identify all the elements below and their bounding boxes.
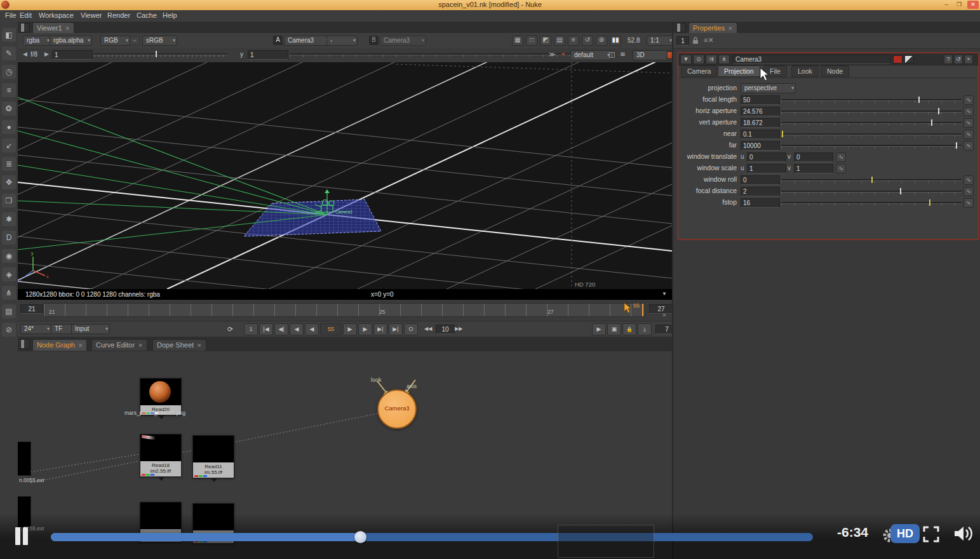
node-camera3[interactable]: Camera3 <box>377 389 417 429</box>
fullscreen-icon[interactable] <box>922 525 940 543</box>
frame-out-button[interactable]: O <box>404 323 418 335</box>
close-panel-button[interactable]: × <box>964 55 973 64</box>
pause-button[interactable] <box>23 527 28 545</box>
node-name-field[interactable]: Camera3 <box>733 55 890 64</box>
win-scale-v-field[interactable]: 1 <box>794 164 833 173</box>
fps-dropdown[interactable]: 24* <box>20 324 51 334</box>
panel-icon[interactable] <box>20 339 30 349</box>
pin-icon[interactable] <box>691 36 700 45</box>
tab-file[interactable]: File <box>763 65 787 77</box>
gain-next-icon[interactable]: ▶ <box>44 51 49 57</box>
tab-camera[interactable]: Camera <box>681 65 717 77</box>
menu-file[interactable]: File <box>5 11 17 19</box>
other-icon[interactable]: ▤ <box>2 304 16 318</box>
close-icon[interactable]: ✕ <box>197 342 202 349</box>
gamma-input[interactable]: 1 <box>248 50 288 60</box>
particles-icon[interactable]: ✱ <box>2 212 16 226</box>
wipe-icon[interactable]: ◩ <box>540 36 551 46</box>
curve-button[interactable]: ∿ <box>963 130 974 139</box>
panel-icon[interactable] <box>676 23 686 32</box>
roi-icon[interactable]: ⊛ <box>596 36 607 46</box>
close-icon[interactable]: ✕ <box>78 342 83 349</box>
inc-prev-icon[interactable]: ◀◀ <box>424 326 432 332</box>
menu-workspace[interactable]: Workspace <box>39 11 74 19</box>
node-color-swatch[interactable] <box>893 55 903 64</box>
render-flag-icon[interactable]: ⤓ <box>638 323 652 335</box>
curve-button[interactable]: ∿ <box>963 95 974 105</box>
pause-render-icon[interactable]: ▮▮ <box>610 36 621 46</box>
capture-icon[interactable]: ▣ <box>607 323 621 335</box>
help-button[interactable]: ? <box>944 55 953 64</box>
input-b-dropdown[interactable]: Camera3 <box>380 36 426 46</box>
playhead[interactable] <box>642 304 643 316</box>
flipbook-icon[interactable]: ▶ <box>592 323 606 335</box>
focal-length-slider[interactable] <box>781 96 962 104</box>
fieldchart-icon[interactable]: ≡ <box>568 36 579 46</box>
focal-distance-field[interactable]: 2 <box>741 187 780 196</box>
step-back-button[interactable]: ◀ <box>290 323 304 335</box>
near-field[interactable]: 0.1 <box>741 130 780 139</box>
close-icon[interactable]: ✕ <box>728 25 733 32</box>
lut-dropdown[interactable]: sRGB <box>142 36 177 46</box>
input-dropdown[interactable]: Input <box>71 324 110 334</box>
format-box-icon[interactable]: □ <box>526 36 537 46</box>
lut-link-icon[interactable]: ⌁ <box>130 36 140 45</box>
menu-help[interactable]: Help <box>163 11 177 19</box>
center-node-icon[interactable]: ⊙ <box>693 55 704 64</box>
close-all-panels-icon[interactable]: ≡✕ <box>704 36 714 44</box>
alpha-dropdown[interactable]: rgba.alpha <box>50 36 92 46</box>
focal-length-field[interactable]: 50 <box>741 95 780 105</box>
float-panel-icon[interactable]: ⇉ <box>706 55 717 64</box>
panel-icon[interactable] <box>20 23 30 32</box>
gain-input[interactable]: 1 <box>52 50 93 60</box>
frame-in-button[interactable]: 1 <box>244 323 258 335</box>
range-end-field[interactable]: 27 <box>649 304 673 314</box>
node-clipped-1[interactable] <box>18 441 31 476</box>
window-roll-slider[interactable] <box>781 176 962 184</box>
curve-button[interactable]: ∿ <box>963 141 974 151</box>
merge-icon[interactable]: ≣ <box>2 157 16 171</box>
focal-distance-slider[interactable] <box>781 187 962 195</box>
horiz-aperture-field[interactable]: 24.576 <box>741 107 780 116</box>
prev-key-button[interactable]: ◀| <box>274 323 288 335</box>
max-panels-field[interactable]: 1 <box>676 36 689 46</box>
3d-icon[interactable]: ❒ <box>2 194 16 208</box>
current-frame-field[interactable]: 55 <box>320 323 342 335</box>
horiz-aperture-slider[interactable] <box>781 107 962 115</box>
viewer-3d-viewport[interactable]: Camera3 y x z HD 720 <box>18 62 672 289</box>
menu-viewer[interactable]: Viewer <box>81 11 102 19</box>
last-frame-button[interactable]: ▶| <box>389 323 403 335</box>
timeline-chevron-icon[interactable]: » <box>662 311 666 318</box>
tab-node-graph[interactable]: Node Graph✕ <box>32 339 87 351</box>
vert-aperture-slider[interactable] <box>781 119 962 126</box>
pause-button[interactable] <box>15 527 20 545</box>
views-icon[interactable]: ◉ <box>2 249 16 263</box>
transform-icon[interactable]: ✥ <box>2 175 16 189</box>
channel-icon[interactable]: ≡ <box>2 83 16 97</box>
far-slider[interactable] <box>781 142 962 149</box>
gain-slider[interactable] <box>94 50 227 58</box>
frame-increment-field[interactable]: 10 <box>436 325 455 334</box>
proxy-dropdown[interactable]: default <box>570 50 612 60</box>
menu-cache[interactable]: Cache <box>137 11 157 19</box>
maximize-button[interactable]: ❐ <box>953 1 965 9</box>
keyer-icon[interactable]: ↙ <box>2 138 16 152</box>
first-frame-button[interactable]: |◀ <box>259 323 273 335</box>
minimize-button[interactable]: – <box>941 1 952 9</box>
color-icon[interactable]: ❂ <box>2 102 16 116</box>
tab-viewer1[interactable]: Viewer1✕ <box>32 22 74 34</box>
tab-projection[interactable]: Projection <box>718 65 760 77</box>
node-read11[interactable]: Read11im.55.iff <box>192 435 234 478</box>
curve-button[interactable]: ∿ <box>963 175 974 185</box>
stereo-icon[interactable]: ◈ <box>2 267 16 281</box>
fstop-slider[interactable] <box>781 199 962 206</box>
gamma-toggle-icon[interactable]: ≫ <box>549 51 555 58</box>
tab-look[interactable]: Look <box>791 65 819 77</box>
win-translate-u-field[interactable]: 0 <box>747 152 786 162</box>
far-field[interactable]: 10000 <box>741 141 780 151</box>
time-icon[interactable]: ◷ <box>2 65 16 79</box>
curve-button[interactable]: ∿ <box>836 164 846 173</box>
window-roll-field[interactable]: 0 <box>741 175 780 185</box>
range-start-field[interactable]: 21 <box>20 304 43 314</box>
toolsets-icon[interactable]: ⋔ <box>2 286 16 300</box>
